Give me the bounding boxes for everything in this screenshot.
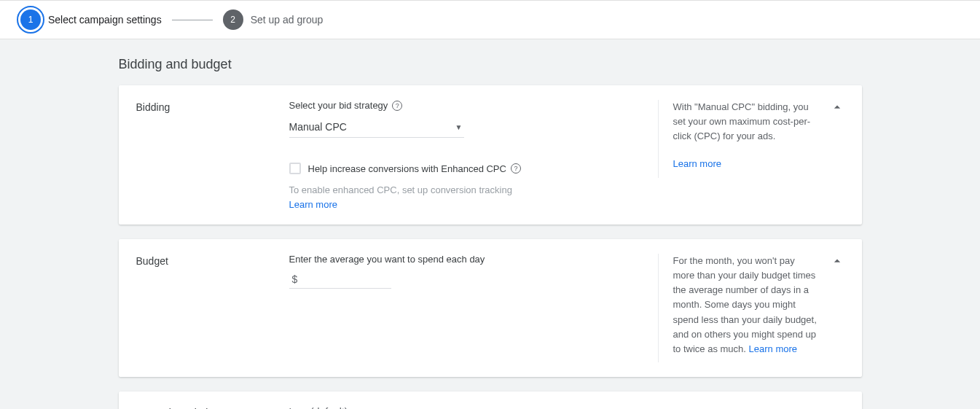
help-icon[interactable]: ?	[392, 101, 402, 111]
step-2[interactable]: 2 Set up ad group	[223, 9, 324, 30]
step-1-circle: 1	[20, 9, 41, 30]
budget-aside-text: For the month, you won't pay more than y…	[673, 255, 817, 354]
help-icon[interactable]: ?	[511, 163, 521, 174]
budget-collapse-toggle[interactable]	[818, 254, 844, 268]
budget-aside-learn-more-link[interactable]: Learn more	[749, 343, 797, 354]
step-1[interactable]: 1 Select campaign settings	[20, 9, 162, 30]
bidding-title: Bidding	[136, 100, 289, 113]
bid-strategy-select[interactable]: Manual CPC ▼	[289, 118, 464, 138]
budget-label: Enter the average you want to spend each…	[289, 254, 640, 265]
enhanced-cpc-row: Help increase conversions with Enhanced …	[289, 163, 640, 174]
bidding-card: Bidding Select your bid strategy ? Manua…	[119, 85, 862, 225]
budget-aside: For the month, you won't pay more than y…	[658, 254, 818, 362]
enhanced-cpc-hint: To enable enhanced CPC, set up conversio…	[289, 184, 640, 195]
stepper: 1 Select campaign settings 2 Set up ad g…	[0, 0, 980, 39]
bidding-aside-learn-more-link[interactable]: Learn more	[673, 158, 721, 169]
currency-symbol: $	[289, 273, 298, 285]
step-1-label: Select campaign settings	[48, 14, 162, 26]
chevron-down-icon	[830, 405, 844, 409]
content-area: Bidding and budget Bidding Select your b…	[0, 39, 980, 409]
enhanced-cpc-learn-more-link[interactable]: Learn more	[289, 199, 337, 210]
priority-expand-toggle[interactable]	[818, 405, 844, 409]
step-2-circle: 2	[223, 9, 243, 30]
bid-strategy-label: Select your bid strategy	[289, 100, 388, 111]
budget-input[interactable]	[300, 273, 391, 285]
step-2-label: Set up ad group	[251, 14, 324, 26]
enhanced-cpc-checkbox[interactable]	[289, 163, 301, 174]
chevron-up-icon	[830, 100, 844, 114]
step-connector	[172, 20, 213, 20]
caret-down-icon: ▼	[455, 123, 463, 131]
enhanced-cpc-label: Help increase conversions with Enhanced …	[308, 163, 506, 174]
priority-card[interactable]: Campaign priority Low (default)	[119, 392, 862, 409]
bid-strategy-label-row: Select your bid strategy ?	[289, 100, 640, 111]
bidding-collapse-toggle[interactable]	[818, 100, 844, 114]
priority-value: Low (default)	[289, 406, 818, 409]
enhanced-cpc-label-wrap: Help increase conversions with Enhanced …	[308, 163, 521, 174]
bidding-aside: With "Manual CPC" bidding, you set your …	[658, 100, 818, 178]
budget-input-wrap: $	[289, 273, 391, 289]
budget-card: Budget Enter the average you want to spe…	[119, 239, 862, 377]
chevron-up-icon	[830, 254, 844, 268]
bidding-aside-text: With "Manual CPC" bidding, you set your …	[673, 100, 818, 144]
priority-title: Campaign priority	[136, 405, 289, 409]
budget-title: Budget	[136, 254, 289, 267]
section-title: Bidding and budget	[119, 57, 862, 72]
bid-strategy-value: Manual CPC	[289, 121, 347, 133]
